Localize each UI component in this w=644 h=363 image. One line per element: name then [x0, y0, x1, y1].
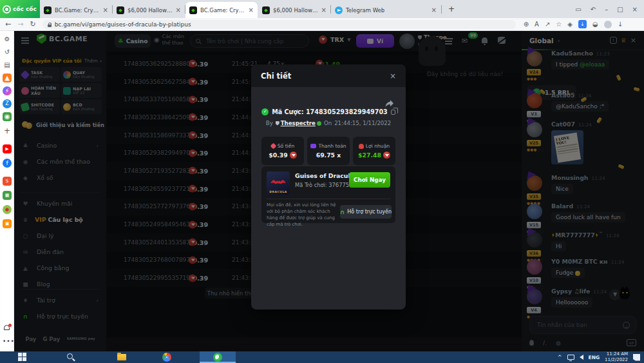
- reload-button[interactable]: ↻: [30, 20, 35, 28]
- coccoc-logo-icon: [3, 5, 11, 14]
- save-page-icon[interactable]: ⊕: [524, 21, 529, 28]
- tab-close-icon[interactable]: ×: [321, 6, 327, 14]
- browser-tab-5[interactable]: Telegram Web×: [331, 2, 440, 18]
- tab-overview-icon[interactable]: ▭: [575, 6, 581, 13]
- back-button[interactable]: ←: [5, 20, 11, 28]
- url-text: bc.game/vi/game/guises-of-dracula-by-pla…: [55, 21, 191, 28]
- file-explorer-icon[interactable]: [117, 354, 126, 360]
- translate-icon[interactable]: A: [535, 21, 539, 28]
- facebook-icon[interactable]: f: [3, 159, 12, 168]
- browser-tab-4[interactable]: ◆$6,000 Halloween Slot Battl×: [258, 2, 330, 18]
- window-controls: ▭ ↶ – □ ×: [575, 0, 644, 18]
- coccoc-taskbar-active[interactable]: [200, 351, 236, 363]
- bet-id-value: 1748305293829949703: [306, 108, 388, 115]
- shield-badge-icon: [276, 121, 279, 126]
- history-icon[interactable]: ↺: [3, 48, 12, 57]
- bet-author-link[interactable]: Thespectre: [276, 120, 321, 126]
- coccoc-icon: [213, 353, 222, 362]
- bcgame-page: Đây không có dữ liệu nào! BC.GAME Đặc qu…: [14, 31, 644, 351]
- lock-icon: [48, 23, 52, 27]
- bet-datetime: 21:44:15, 1/11/2022: [334, 120, 391, 126]
- speaker-icon[interactable]: [580, 355, 583, 360]
- browser-tab-3-active[interactable]: ◆BC.Game: Crypto Casino Gam×: [185, 2, 258, 18]
- browser-tab-1[interactable]: ◆BC.Game: Crypto Casino Gam×: [40, 2, 112, 18]
- shopee-icon[interactable]: S: [3, 177, 12, 186]
- maximize-button[interactable]: □: [617, 6, 623, 13]
- reopen-tab-icon[interactable]: ↶: [591, 6, 596, 13]
- stat-amount: Số tiền $0.39: [261, 137, 304, 165]
- new-tab-button[interactable]: +: [446, 3, 457, 15]
- tray-expand-icon[interactable]: ^: [558, 355, 562, 360]
- modal-header: Chi tiết ×: [251, 64, 406, 87]
- start-button[interactable]: [18, 353, 27, 362]
- verified-check-icon: ✓: [261, 108, 269, 115]
- play-now-button[interactable]: Chơi Ngay: [349, 172, 390, 188]
- bet-author-line: By Thespectre On 21:44:15, 1/11/2022: [251, 120, 406, 126]
- zalo-icon[interactable]: Z: [3, 99, 12, 108]
- address-bar[interactable]: bc.game/vi/game/guises-of-dracula-by-pla…: [43, 20, 516, 29]
- gift-icon[interactable]: ▦: [3, 191, 12, 200]
- brand-label: cốc cốc: [13, 6, 37, 12]
- browser-toolbar: ← → ↻ bc.game/vi/game/guises-of-dracula-…: [0, 18, 644, 31]
- network-icon[interactable]: [567, 355, 574, 360]
- profit-icon: [359, 144, 364, 149]
- game-card: DRACULA Guises of Dracula Mã Trò chơi: 3…: [261, 166, 395, 223]
- close-button[interactable]: ×: [632, 6, 638, 13]
- modal-close-icon[interactable]: ×: [390, 72, 396, 81]
- tab-close-icon[interactable]: ×: [431, 6, 437, 14]
- action-center-icon[interactable]: [633, 354, 640, 361]
- tab-close-icon[interactable]: ×: [249, 6, 254, 14]
- screen: cốc cốc ◆BC.Game: Crypto Casino Gam× ◆$6…: [0, 0, 644, 363]
- windows-taskbar: ^ ENG 11:24 AM11/2/2022: [0, 351, 644, 363]
- incognito-icon[interactable]: ◒: [592, 21, 598, 28]
- browser-sidebar: ⚙ ↺ ▤ ▲ ⚡ Z ◉ + ▶ f S ▦ ● ▣ •••: [0, 31, 14, 351]
- clock[interactable]: 11:24 AM11/2/2022: [605, 351, 628, 363]
- games-icon[interactable]: ◉: [3, 112, 12, 121]
- gear-icon[interactable]: ⚙: [3, 35, 12, 44]
- toolbar-extensions: ⊕ A ↗ ☆ ◈ ↓ ◒ ↓: [524, 20, 623, 28]
- hot-trending-icon[interactable]: ▲: [3, 74, 12, 83]
- live-support-button[interactable]: ∩Hỗ trợ trực tuyến: [340, 205, 392, 219]
- tab-close-icon[interactable]: ×: [176, 6, 181, 14]
- turtle-emoji-icon: [317, 121, 321, 126]
- stat-profit: Lợi nhuận $27.48: [353, 137, 395, 165]
- share-icon[interactable]: ↗: [545, 21, 550, 28]
- language-indicator[interactable]: ENG: [589, 355, 600, 360]
- browser-tab-2[interactable]: ◆$6,000 Halloween Slot Battle×: [113, 2, 185, 18]
- trx-coin-icon: [383, 152, 390, 159]
- bet-stats: Số tiền $0.39 Thanh toán 69.75 x Lợi nhu…: [261, 137, 395, 165]
- support-note: Mọi vấn đề, xin vui lòng liên hệ với bộ …: [267, 202, 339, 228]
- bet-details-modal: Chi tiết × ✓ Mã Cược: 174830529382994970…: [251, 64, 406, 309]
- more-icon[interactable]: •••: [3, 338, 15, 344]
- downloads-icon[interactable]: ↓: [618, 21, 623, 28]
- bet-id-line: ✓ Mã Cược: 1748305293829949703: [251, 108, 406, 115]
- messenger-icon[interactable]: ⚡: [3, 86, 12, 95]
- cart-icon[interactable]: ▣: [3, 219, 12, 228]
- promo-app-icon[interactable]: ●: [3, 205, 12, 214]
- adblock-icon[interactable]: ◈: [567, 21, 573, 28]
- bcgame-favicon: ◆: [117, 6, 124, 14]
- game-name: Guises of Dracula: [295, 172, 354, 179]
- notification-bell-icon[interactable]: [4, 325, 10, 330]
- download-manager-icon[interactable]: ↓: [578, 20, 587, 28]
- profile-icon[interactable]: [604, 21, 612, 28]
- wallet-icon: [310, 144, 316, 148]
- browser-tabbar: cốc cốc ◆BC.Game: Crypto Casino Gam× ◆$6…: [0, 0, 644, 18]
- dice-icon: [270, 143, 276, 150]
- taskbar-search-icon[interactable]: [67, 353, 73, 359]
- coccoc-brand[interactable]: cốc cốc: [0, 0, 40, 18]
- chrome-icon[interactable]: [162, 353, 171, 362]
- system-tray: ^ ENG 11:24 AM11/2/2022: [558, 351, 644, 363]
- minimize-button[interactable]: –: [605, 6, 608, 13]
- bcgame-favicon: ◆: [262, 6, 270, 14]
- add-shortcut-icon[interactable]: +: [3, 126, 12, 135]
- bookmark-star-icon[interactable]: ☆: [556, 21, 562, 28]
- youtube-icon[interactable]: ▶: [3, 144, 12, 153]
- tab-close-icon[interactable]: ×: [103, 6, 108, 14]
- telegram-favicon: [335, 6, 343, 14]
- copy-icon[interactable]: [391, 110, 395, 115]
- game-thumbnail[interactable]: DRACULA: [267, 172, 290, 195]
- bcgame-favicon: ◆: [44, 6, 52, 14]
- reading-list-icon[interactable]: ▤: [3, 61, 12, 70]
- forward-button[interactable]: →: [17, 20, 23, 28]
